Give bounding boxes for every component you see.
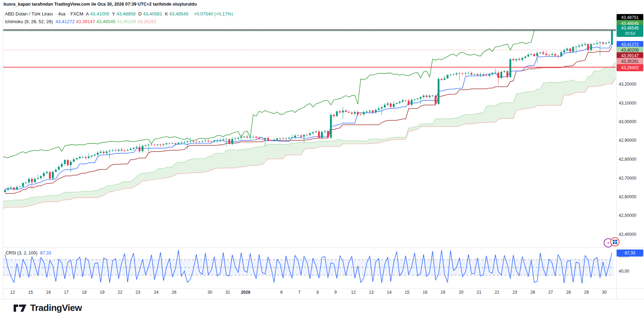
time-tick-label: 8 bbox=[317, 290, 319, 295]
time-tick-label: 31 bbox=[225, 290, 230, 295]
attribution-text: busra_kapan tarafından TradingView.com i… bbox=[4, 2, 197, 7]
crsi-tick-label: 40,00 bbox=[619, 269, 629, 274]
crsi-indicator-pane[interactable] bbox=[3, 247, 616, 288]
time-tick-label: 12 bbox=[351, 290, 356, 295]
chart-left-border bbox=[3, 9, 3, 299]
time-tick-label: 23 bbox=[135, 290, 140, 295]
time-axis-bottom-border bbox=[0, 299, 644, 299]
time-tick-label: 16 bbox=[46, 290, 51, 295]
time-tick-label: 13 bbox=[369, 290, 373, 295]
time-tick-label: 19 bbox=[440, 290, 445, 295]
time-axis-top-border bbox=[3, 288, 644, 289]
tradingview-glyph-icon bbox=[13, 304, 27, 312]
price-badge: 43,35261 bbox=[617, 58, 643, 65]
time-tick-label: 6 bbox=[280, 290, 283, 295]
time-tick-label: 12 bbox=[10, 290, 15, 295]
crsi-legend[interactable]: CRSI (3, 2, 100)87,33 bbox=[6, 251, 51, 255]
reaction-grid-icon[interactable] bbox=[610, 237, 619, 246]
kijun-line bbox=[5, 46, 612, 193]
time-tick-label: 23 bbox=[512, 290, 517, 295]
price-tick-label: 42,90000 bbox=[619, 138, 636, 143]
time-tick-label: 16 bbox=[423, 290, 427, 295]
crsi-value: 87,33 bbox=[40, 251, 51, 255]
price-chart-pane[interactable] bbox=[3, 9, 616, 247]
time-tick-label: 28 bbox=[566, 290, 571, 295]
time-tick-label: 29 bbox=[584, 290, 589, 295]
time-tick-label: 7 bbox=[298, 290, 301, 295]
candles-layer bbox=[4, 30, 613, 193]
time-tick-label: 18 bbox=[82, 290, 86, 295]
time-tick-label: 15 bbox=[28, 290, 33, 295]
price-tick-label: 42,80000 bbox=[619, 157, 636, 162]
price-badge: 43,4854520:53 bbox=[617, 25, 643, 37]
time-tick-label: 17 bbox=[64, 290, 68, 295]
time-tick-label: 21 bbox=[477, 290, 481, 295]
price-tick-label: 43,00000 bbox=[619, 119, 636, 124]
price-tick-label: 42,60000 bbox=[619, 194, 636, 199]
time-tick-label: 20 bbox=[459, 290, 463, 295]
price-tick-label: 42,70000 bbox=[619, 176, 636, 181]
time-tick-label: 30 bbox=[207, 290, 212, 295]
time-tick-label: 2026 bbox=[241, 290, 251, 295]
time-tick-label: 26 bbox=[172, 290, 176, 295]
time-tick-label: 9 bbox=[334, 290, 337, 295]
time-tick-label: 22 bbox=[494, 290, 499, 295]
price-tick-label: 43,20000 bbox=[619, 82, 636, 87]
price-tick-label: 43,10000 bbox=[619, 101, 636, 106]
time-tick-label: 27 bbox=[548, 290, 553, 295]
senkou-b-line bbox=[3, 58, 616, 208]
tradingview-logo[interactable]: TradingView bbox=[13, 303, 82, 313]
grid-glyph-icon bbox=[613, 240, 617, 244]
tradingview-snapshot: { "attribution": "busra_kapan tarafından… bbox=[0, 0, 644, 319]
brand-wordmark: TradingView bbox=[30, 303, 82, 313]
pane-divider[interactable] bbox=[3, 247, 644, 248]
time-tick-label: 19 bbox=[100, 290, 104, 295]
time-tick-label: 26 bbox=[530, 290, 535, 295]
crsi-value-badge: 87,33 bbox=[617, 250, 643, 257]
price-tick-label: 42,40000 bbox=[619, 232, 636, 237]
tenkan-line bbox=[5, 43, 612, 189]
time-tick-label: 14 bbox=[387, 290, 391, 295]
time-tick-label: 30 bbox=[602, 290, 606, 295]
time-tick-label: 22 bbox=[118, 290, 122, 295]
price-badge: 43,29402 bbox=[617, 64, 643, 71]
time-tick-label: 24 bbox=[154, 290, 158, 295]
senkou-a-line bbox=[3, 45, 616, 201]
crsi-label-text: CRSI (3, 2, 100) bbox=[6, 251, 37, 255]
time-tick-label: 15 bbox=[405, 290, 409, 295]
price-tick-label: 42,50000 bbox=[619, 213, 636, 218]
